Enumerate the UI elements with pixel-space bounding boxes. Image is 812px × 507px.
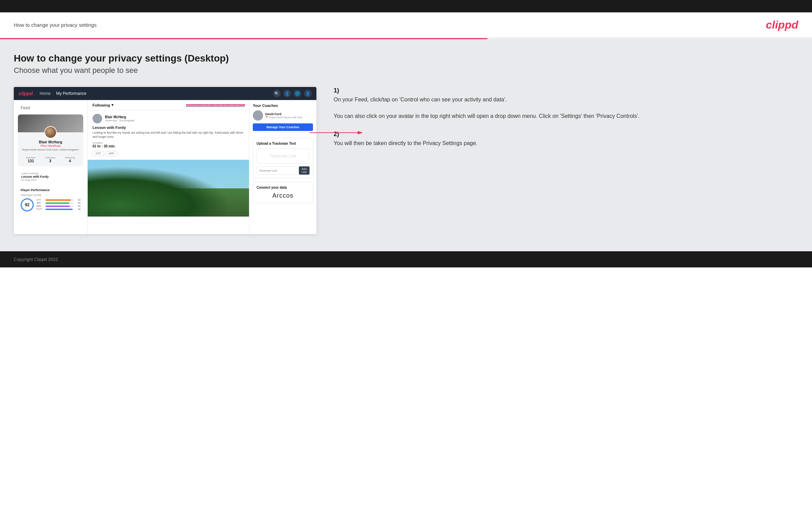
app-screenshot: clippd Home My Performance 🔍 👤 🌐 👤 xyxy=(14,87,316,234)
bar-ott: OTT 90 xyxy=(36,199,80,201)
quality-row: 92 OTT 90 APP xyxy=(21,198,80,211)
screenshot-frame: clippd Home My Performance 🔍 👤 🌐 👤 xyxy=(14,87,316,234)
profile-stats: Activities 131 Followers 3 Following xyxy=(21,154,80,163)
top-bar xyxy=(0,0,812,12)
activity-avatar xyxy=(93,114,102,123)
profile-name: Blair McHarg xyxy=(21,140,80,144)
location-icon: 📍 xyxy=(265,116,268,119)
stat-followers: Followers 3 xyxy=(45,156,55,163)
latest-activity-card: Latest Activity Lesson with Fordy 03 Aug… xyxy=(18,170,83,184)
activity-header: Blair McHarg Yesterday · Sunningdale xyxy=(93,114,244,123)
trackman-input[interactable] xyxy=(257,166,297,175)
bar-putt: PUTT 96 xyxy=(36,208,80,210)
instruction-1-text: On your Feed, click/tap on 'Control who … xyxy=(334,96,791,120)
coaches-section: Your Coaches David Ford 📍 Royal North De… xyxy=(253,103,313,134)
activity-user-info: Blair McHarg Yesterday · Sunningdale xyxy=(105,115,134,122)
app-feed: Following ▾ Control who can see your act… xyxy=(88,100,249,234)
profile-card: Blair McHarg Plus Handicap Royal North D… xyxy=(18,114,83,166)
profile-banner xyxy=(18,114,83,132)
activity-image xyxy=(88,160,249,217)
nav-item-home[interactable]: Home xyxy=(40,91,51,96)
instruction-2: 2) You will then be taken directly to th… xyxy=(334,131,791,147)
trackman-section: Upload a Trackman Test Trackman Link Add… xyxy=(253,138,313,178)
nav-item-performance[interactable]: My Performance xyxy=(56,91,86,96)
coach-info: David Ford 📍 Royal North Devon Golf Club xyxy=(265,112,302,119)
app-body: Feed Blair McHarg Plus Handicap Royal No… xyxy=(14,100,316,234)
coaches-title: Your Coaches xyxy=(253,103,313,108)
app-sidebar: Feed Blair McHarg Plus Handicap Royal No… xyxy=(14,100,88,234)
search-icon[interactable]: 🔍 xyxy=(273,90,281,97)
following-filter[interactable]: Following ▾ xyxy=(93,103,113,107)
connect-title: Connect your data xyxy=(257,186,309,189)
app-logo: clippd xyxy=(19,91,33,96)
control-privacy-link[interactable]: Control who can see your activity and da… xyxy=(186,103,244,107)
page-subtitle: Choose what you want people to see xyxy=(14,66,798,75)
tag-app: APP xyxy=(106,151,117,156)
trackman-title: Upload a Trackman Test xyxy=(257,142,309,145)
coach-name: David Ford xyxy=(265,112,302,116)
app-right-sidebar: Your Coaches David Ford 📍 Royal North De… xyxy=(249,100,316,234)
performance-section: Player Performance Total Player Quality … xyxy=(18,186,83,214)
avatar-icon[interactable]: 👤 xyxy=(304,90,312,97)
copyright: Copyright Clippd 2022 xyxy=(14,257,58,262)
trackman-placeholder: Trackman Link xyxy=(257,148,309,164)
activity-item: Blair McHarg Yesterday · Sunningdale Les… xyxy=(88,110,249,160)
instruction-2-number: 2) xyxy=(334,131,791,138)
arccos-logo: Arccos xyxy=(257,192,309,199)
stat-following: Following 4 xyxy=(65,156,75,163)
connect-section: Connect your data Arccos xyxy=(253,182,313,203)
header-breadcrumb: How to change your privacy settings xyxy=(14,22,97,28)
app-nav: clippd Home My Performance 🔍 👤 🌐 👤 xyxy=(14,87,316,100)
instruction-2-text: You will then be taken directly to the P… xyxy=(334,139,791,147)
svg-marker-1 xyxy=(358,131,363,134)
quality-bars: OTT 90 APP 85 xyxy=(36,199,80,211)
content-columns: clippd Home My Performance 🔍 👤 🌐 👤 xyxy=(14,87,798,234)
footer: Copyright Clippd 2022 xyxy=(0,251,812,267)
coach-item: David Ford 📍 Royal North Devon Golf Club xyxy=(253,110,313,121)
trackman-input-row: Add Link xyxy=(257,166,309,175)
instructions: 1) On your Feed, click/tap on 'Control w… xyxy=(327,87,798,158)
profile-avatar xyxy=(44,126,57,139)
stat-activities: Activities 131 xyxy=(26,156,36,163)
instruction-1: 1) On your Feed, click/tap on 'Control w… xyxy=(334,87,791,120)
globe-icon[interactable]: 🌐 xyxy=(294,90,301,97)
instruction-1-number: 1) xyxy=(334,87,791,94)
chevron-down-icon: ▾ xyxy=(111,103,113,107)
duration-section: Duration 01 hr : 30 min xyxy=(93,141,244,148)
header-logo: clippd xyxy=(766,19,798,31)
quality-score: 92 xyxy=(21,198,34,211)
manage-coaches-button[interactable]: Manage Your Coaches xyxy=(253,123,313,131)
profile-level: Plus Handicap xyxy=(21,144,80,147)
coach-avatar xyxy=(253,110,263,121)
header: How to change your privacy settings clip… xyxy=(0,12,812,38)
page-title: How to change your privacy settings (Des… xyxy=(14,53,798,64)
app-nav-items: Home My Performance xyxy=(40,91,273,96)
golf-scene xyxy=(88,160,249,217)
bar-arg: ARG 86 xyxy=(36,205,80,207)
arrow-line xyxy=(310,128,365,138)
activity-description: Looking to feel like my hands are exitin… xyxy=(93,131,244,139)
tag-row: OTT APP xyxy=(93,151,244,156)
app-nav-icons: 🔍 👤 🌐 👤 xyxy=(273,90,312,97)
bar-app: APP 85 xyxy=(36,202,80,204)
add-link-button[interactable]: Add Link xyxy=(299,166,310,175)
coach-club: 📍 Royal North Devon Golf Club xyxy=(265,116,302,119)
user-icon[interactable]: 👤 xyxy=(283,90,291,97)
profile-club: Royal North Devon Golf Club, United King… xyxy=(21,148,80,151)
feed-label: Feed xyxy=(18,104,83,112)
activity-title: Lesson with Fordy xyxy=(93,125,244,130)
feed-header: Following ▾ Control who can see your act… xyxy=(88,100,249,110)
tag-ott: OTT xyxy=(93,151,104,156)
main-content: How to change your privacy settings (Des… xyxy=(0,39,812,251)
